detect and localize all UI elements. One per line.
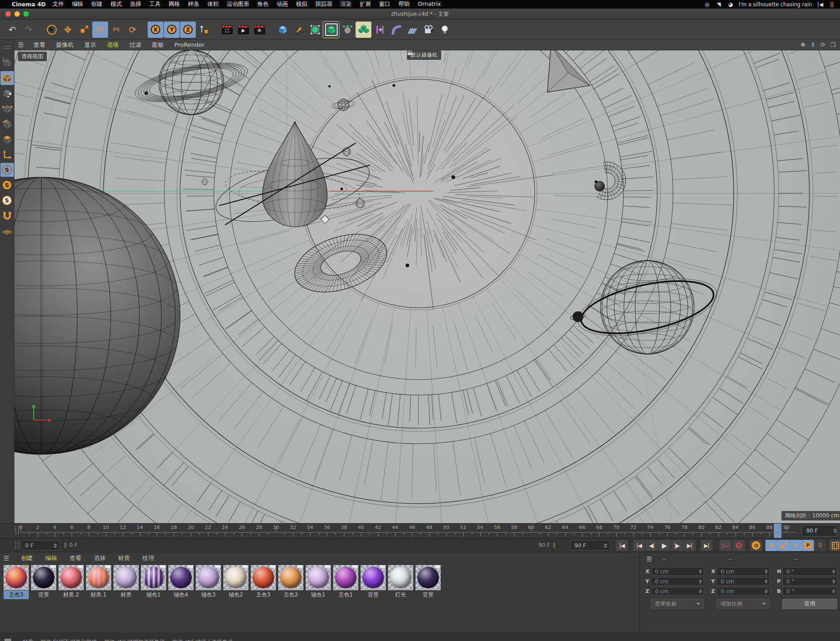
add-light-button[interactable] bbox=[437, 22, 452, 38]
material-swatch[interactable]: 背景 bbox=[415, 565, 442, 599]
material-swatch[interactable]: 主色3 bbox=[250, 565, 277, 599]
menubar-item[interactable]: 选择 bbox=[126, 0, 145, 7]
prev-frame-button[interactable]: ◀| bbox=[646, 540, 658, 551]
app-menu[interactable]: Cinema 4D bbox=[12, 1, 46, 8]
next-frame-button[interactable]: |▶ bbox=[671, 540, 683, 551]
material-swatch[interactable]: 辅色1 bbox=[140, 565, 167, 599]
menubar-item[interactable]: 帮助 bbox=[394, 0, 414, 7]
viewport-menu-ProRender[interactable]: ProRender bbox=[169, 41, 210, 48]
add-spline-pen-button[interactable] bbox=[291, 22, 307, 38]
pause-icon[interactable]: || bbox=[828, 1, 835, 8]
rotate-button[interactable]: ⟳ bbox=[92, 22, 108, 38]
timeline-film-button[interactable] bbox=[829, 540, 840, 551]
panda-icon[interactable]: ◕ bbox=[727, 1, 734, 8]
window-titlebar[interactable]: zhushijue.c4d * - 主要 bbox=[0, 9, 840, 20]
material-swatch[interactable]: 主色1 bbox=[332, 565, 359, 599]
coord-field-p2[interactable]: 0 ° bbox=[782, 577, 837, 586]
add-mograph-cloner-button[interactable] bbox=[356, 22, 371, 38]
range-end-stepper[interactable] bbox=[600, 543, 607, 548]
timeline-ruler[interactable]: 0246810121416182022242628303234363840424… bbox=[0, 523, 840, 538]
coord-field-z1[interactable]: 0 cm bbox=[717, 587, 770, 596]
menubar-item[interactable]: 样条 bbox=[184, 0, 203, 7]
material-menu-编辑[interactable]: 编辑 bbox=[39, 555, 63, 561]
compact-tools-button[interactable]: PS bbox=[108, 22, 124, 38]
ruler-drag-handle[interactable] bbox=[15, 526, 19, 535]
material-swatch[interactable]: 辅色4 bbox=[167, 565, 194, 599]
add-camera-button[interactable] bbox=[420, 22, 436, 38]
view-label[interactable]: 透视视图 bbox=[18, 52, 47, 61]
menubar-item[interactable]: 窗口 bbox=[375, 0, 394, 7]
material-swatch[interactable]: 材质.2 bbox=[58, 565, 85, 599]
sync-icon[interactable]: ◎ bbox=[704, 1, 711, 8]
coord-field-y1[interactable]: 0 cm bbox=[717, 577, 770, 586]
menubar-item[interactable]: 运动图形 bbox=[223, 0, 253, 7]
magnet-tool-button[interactable] bbox=[0, 209, 14, 223]
menubar-item[interactable]: 网格 bbox=[165, 0, 184, 7]
point-mode-button[interactable] bbox=[0, 102, 14, 116]
menubar-item[interactable]: 工具 bbox=[145, 0, 165, 7]
render-settings-button[interactable]: ⚙ bbox=[252, 22, 267, 38]
material-menu-材质[interactable]: 材质 bbox=[112, 555, 136, 561]
menubar-item[interactable]: 扩展 bbox=[356, 0, 375, 7]
live-selection-button[interactable] bbox=[44, 22, 59, 38]
record-keyframe-button[interactable] bbox=[719, 540, 732, 551]
end-frame-stepper[interactable] bbox=[830, 529, 837, 533]
redo-button[interactable]: ↷ bbox=[21, 22, 36, 38]
menubar-item[interactable]: Ornatrix bbox=[414, 0, 445, 7]
menubar-item[interactable]: 跟踪器 bbox=[312, 0, 337, 7]
workplane-mode-button[interactable] bbox=[0, 224, 14, 238]
next-key-button[interactable]: ▶| bbox=[683, 540, 695, 551]
coordinate-system-button[interactable] bbox=[196, 22, 212, 38]
viewport-menu-查看[interactable]: 查看 bbox=[28, 41, 51, 48]
rotate-view-icon[interactable]: ⟳ bbox=[819, 41, 826, 48]
viewport-menu-选项[interactable]: 选项 bbox=[102, 41, 124, 48]
range-start-field[interactable]: 0 F bbox=[21, 540, 60, 551]
menubar-item[interactable]: 渲染 bbox=[336, 0, 356, 7]
polygon-mode-button[interactable] bbox=[0, 132, 14, 146]
lock-y-axis-button[interactable]: Y bbox=[164, 22, 180, 38]
material-swatch[interactable]: 材质.1 bbox=[85, 565, 112, 599]
coord-field-z0[interactable]: 0 cm bbox=[651, 587, 704, 596]
goto-end-button[interactable]: ▶| bbox=[700, 540, 713, 551]
goto-start-button[interactable]: |◀ bbox=[616, 540, 628, 551]
key-parameter-button[interactable]: P bbox=[802, 540, 814, 551]
material-menu-查看[interactable]: 查看 bbox=[63, 555, 88, 561]
material-swatch[interactable]: 背景 bbox=[360, 565, 387, 599]
menubar-item[interactable]: 文件 bbox=[49, 0, 68, 7]
key-scale-button[interactable] bbox=[777, 540, 790, 551]
viewport-menu-面板[interactable]: 面板 bbox=[147, 41, 169, 48]
timeline-playhead[interactable] bbox=[774, 524, 781, 538]
end-frame-field[interactable]: 90 F bbox=[801, 525, 837, 537]
coordinate-menu-icon[interactable]: ☰ bbox=[646, 556, 652, 563]
autokeying-button[interactable] bbox=[733, 540, 745, 551]
render-view-button[interactable]: □ bbox=[219, 22, 235, 38]
perspective-viewport[interactable]: 透视视图 默认摄像机 网格间距：10000 cm bbox=[14, 50, 840, 523]
material-swatch[interactable]: 背景 bbox=[30, 565, 57, 599]
coord-field-h2[interactable]: 0 ° bbox=[782, 567, 837, 576]
range-end-marker[interactable]: 90 F‖ bbox=[538, 542, 555, 548]
material-swatch[interactable]: 材质 bbox=[113, 565, 140, 599]
range-start-stepper[interactable] bbox=[50, 543, 57, 548]
coord-select[interactable]: 世界坐标 bbox=[651, 599, 704, 609]
scale-button[interactable] bbox=[76, 22, 92, 38]
menubar-item[interactable]: 模拟 bbox=[292, 0, 312, 7]
play-button[interactable]: ▶ bbox=[658, 540, 670, 551]
menubar-item[interactable]: 创建 bbox=[87, 0, 107, 7]
add-subdivision-surface-button[interactable] bbox=[307, 22, 323, 38]
viewport-menu-过滤[interactable]: 过滤 bbox=[124, 41, 147, 48]
key-pla-button[interactable]: ⠿ bbox=[814, 540, 826, 551]
undo-button[interactable]: ↶ bbox=[5, 22, 20, 38]
material-menu-创建[interactable]: 创建 bbox=[15, 555, 39, 561]
last-tool-rotate-button[interactable]: ⟳ bbox=[125, 22, 140, 38]
material-swatch[interactable]: 灯光 bbox=[387, 565, 414, 599]
zoom-view-icon[interactable]: ⇕ bbox=[809, 41, 817, 48]
move-button[interactable]: ✥ bbox=[60, 22, 76, 38]
add-generator-button[interactable] bbox=[323, 22, 339, 38]
prev-track-icon[interactable]: |◀ bbox=[817, 1, 824, 8]
lock-x-axis-button[interactable]: X bbox=[148, 22, 163, 38]
coord-select[interactable]: 缩放比例 bbox=[717, 599, 770, 609]
material-swatch[interactable]: 辅色1 bbox=[305, 565, 332, 599]
apply-button[interactable]: 应用 bbox=[782, 599, 837, 609]
viewport-menu-显示[interactable]: 显示 bbox=[79, 41, 102, 48]
add-simulation-tag-button[interactable] bbox=[372, 22, 388, 38]
